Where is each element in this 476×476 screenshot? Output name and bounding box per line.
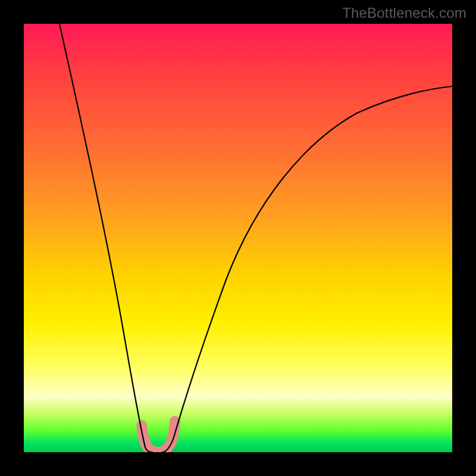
curve-layer: [24, 24, 452, 452]
bottleneck-curve-left: [60, 24, 152, 452]
chart-frame: TheBottleneck.com: [0, 0, 476, 476]
plot-area: [24, 24, 452, 452]
watermark-text: TheBottleneck.com: [342, 5, 466, 21]
bottleneck-curve-right: [162, 86, 452, 452]
bottom-highlight: [142, 421, 175, 452]
